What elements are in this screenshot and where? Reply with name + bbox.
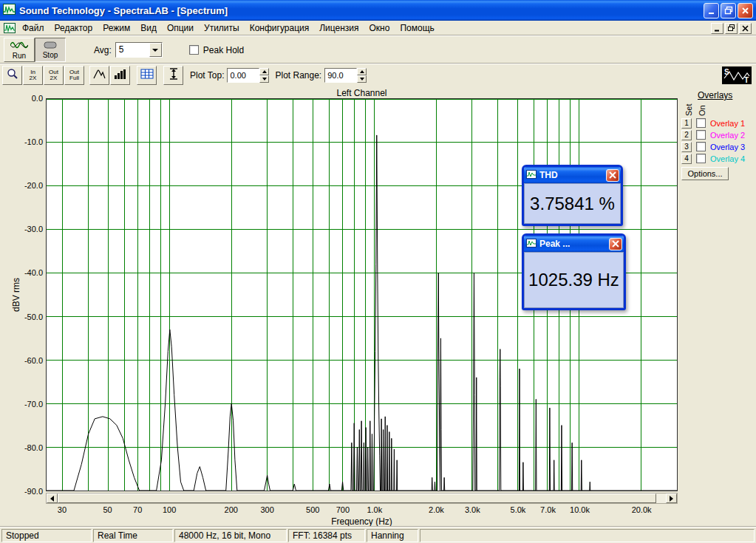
toolbar-view: In 2X Out 2X Out Full Plot Top: — [0, 64, 756, 86]
zoom-in-2x-button[interactable]: In 2X — [23, 66, 43, 85]
menu-item-file[interactable]: Файл — [17, 21, 50, 35]
overlay-row-3: 3 Overlay 3 — [681, 141, 745, 152]
zoom-out-2x-button[interactable]: Out 2X — [44, 66, 64, 85]
scroll-left-button[interactable] — [47, 494, 58, 503]
peak-close-button[interactable] — [609, 238, 622, 250]
x-tick-label: 7.0k — [540, 505, 556, 514]
overlay-4-checkbox[interactable] — [696, 154, 706, 163]
y-tick-label: -80.0 — [9, 443, 43, 452]
bar-display-button[interactable] — [110, 66, 130, 85]
zoom-button[interactable] — [2, 66, 22, 85]
overlay-2-label: Overlay 2 — [710, 131, 745, 140]
thd-window[interactable]: THD 3.75841 % — [522, 165, 623, 226]
x-tick-label: 300 — [260, 505, 273, 514]
run-button[interactable]: Run — [4, 38, 35, 62]
x-tick-label: 700 — [336, 505, 350, 514]
y-tick-label: -90.0 — [9, 487, 43, 496]
stop-button[interactable]: Stop — [35, 38, 66, 62]
peak-window-titlebar[interactable]: Peak ... — [524, 236, 624, 252]
y-tick-label: -10.0 — [9, 137, 43, 146]
x-tick-label: 50 — [103, 505, 112, 514]
plot-top-decrement-button[interactable] — [259, 75, 269, 83]
peak-hold-checkbox[interactable] — [189, 45, 199, 55]
spectrum-view-button[interactable] — [89, 66, 109, 85]
menu-item-configuration[interactable]: Конфигурация — [245, 21, 315, 35]
thd-window-titlebar[interactable]: THD — [524, 167, 621, 183]
menu-item-options[interactable]: Опции — [162, 21, 199, 35]
restore-button[interactable] — [721, 3, 736, 18]
zoom-out-full-button[interactable]: Out Full — [64, 66, 84, 85]
avg-dropdown-arrow[interactable] — [149, 43, 162, 57]
zoom-out-full-label-line2: Full — [69, 75, 79, 81]
x-tick-label: 100 — [163, 505, 176, 514]
overlay-options-button[interactable]: Options... — [681, 167, 729, 180]
scroll-right-button[interactable] — [666, 494, 677, 503]
overlay-row-4: 4 Overlay 4 — [681, 153, 745, 164]
overlay-3-checkbox[interactable] — [696, 142, 706, 151]
overlay-2-set-button[interactable]: 2 — [681, 130, 692, 140]
overlay-1-checkbox[interactable] — [696, 118, 706, 128]
app-icon[interactable] — [3, 4, 16, 17]
thd-window-title: THD — [539, 170, 603, 180]
menu-item-utilities[interactable]: Утилиты — [199, 21, 245, 35]
status-audio-format: 48000 Hz, 16 bit, Mono — [174, 529, 287, 542]
peak-frequency-window[interactable]: Peak ... 1025.39 Hz — [522, 233, 626, 310]
x-tick-label: 10.0k — [570, 505, 590, 514]
overlays-set-column-label: Set — [684, 103, 693, 116]
x-tick-label: 1.0k — [367, 505, 382, 514]
overlay-3-set-button[interactable]: 3 — [681, 142, 692, 152]
peak-window-title: Peak ... — [539, 239, 606, 249]
scrollbar-thumb[interactable] — [58, 494, 656, 503]
plot-range-increment-button[interactable] — [357, 68, 367, 75]
x-tick-label: 70 — [133, 505, 142, 514]
menu-item-view[interactable]: Вид — [135, 21, 162, 35]
mdi-close-button[interactable] — [739, 23, 752, 34]
minimize-button[interactable] — [704, 3, 719, 18]
overlay-2-checkbox[interactable] — [696, 130, 706, 140]
x-tick-label: 200 — [225, 505, 238, 514]
zoom-in-2x-label-line2: 2X — [30, 75, 37, 81]
menu-item-mode[interactable]: Режим — [98, 21, 135, 35]
menu-item-license[interactable]: Лицензия — [314, 21, 364, 35]
y-axis-title: dBV rms — [11, 273, 21, 317]
mdi-minimize-button[interactable] — [711, 23, 723, 34]
peak-hold-label: Peak Hold — [203, 45, 244, 55]
stop-icon — [44, 41, 57, 50]
x-tick-label: 30 — [58, 505, 67, 514]
menu-item-window[interactable]: Окно — [364, 21, 395, 35]
titlebar[interactable]: Sound Technology - SpectraLAB - [Spectru… — [0, 0, 756, 21]
menu-item-edit[interactable]: Редактор — [50, 21, 98, 35]
horizontal-scrollbar[interactable] — [46, 493, 678, 504]
overlay-4-set-button[interactable]: 4 — [681, 154, 692, 164]
thd-close-button[interactable] — [606, 169, 619, 182]
overlay-1-set-button[interactable]: 1 — [681, 118, 692, 129]
close-button[interactable] — [738, 3, 753, 18]
display-options-button[interactable] — [137, 66, 157, 85]
plot-range-input[interactable] — [324, 68, 357, 83]
overlays-on-column-label: On — [698, 105, 706, 116]
vertical-scale-button[interactable] — [163, 66, 183, 85]
status-window-function: Hanning — [367, 529, 418, 542]
x-axis-title: Frequency (Hz) — [46, 516, 678, 527]
peak-curve-icon — [93, 69, 106, 81]
avg-dropdown[interactable]: 5 — [115, 42, 163, 58]
menu-item-help[interactable]: Помощь — [395, 21, 439, 35]
plot-range-decrement-button[interactable] — [357, 75, 367, 83]
y-tick-label: -20.0 — [9, 181, 43, 190]
run-button-label: Run — [13, 52, 26, 60]
plot-top-label: Plot Top: — [190, 70, 224, 81]
thd-window-icon — [526, 170, 537, 181]
x-tick-label: 5.0k — [511, 505, 526, 514]
grid-icon — [140, 69, 154, 81]
stop-button-label: Stop — [43, 51, 58, 59]
plot-top-input[interactable] — [227, 68, 259, 83]
mdi-restore-button[interactable] — [725, 23, 738, 34]
overlay-row-1: 1 Overlay 1 — [681, 117, 745, 129]
run-waveform-icon — [10, 41, 28, 51]
application-window: Sound Technology - SpectraLAB - [Spectru… — [0, 0, 756, 543]
peak-window-icon — [526, 239, 537, 250]
plot-top-increment-button[interactable] — [259, 68, 269, 75]
overlay-row-2: 2 Overlay 2 — [681, 129, 745, 140]
y-tick-label: 0.0 — [9, 94, 43, 103]
document-icon[interactable] — [4, 23, 16, 33]
